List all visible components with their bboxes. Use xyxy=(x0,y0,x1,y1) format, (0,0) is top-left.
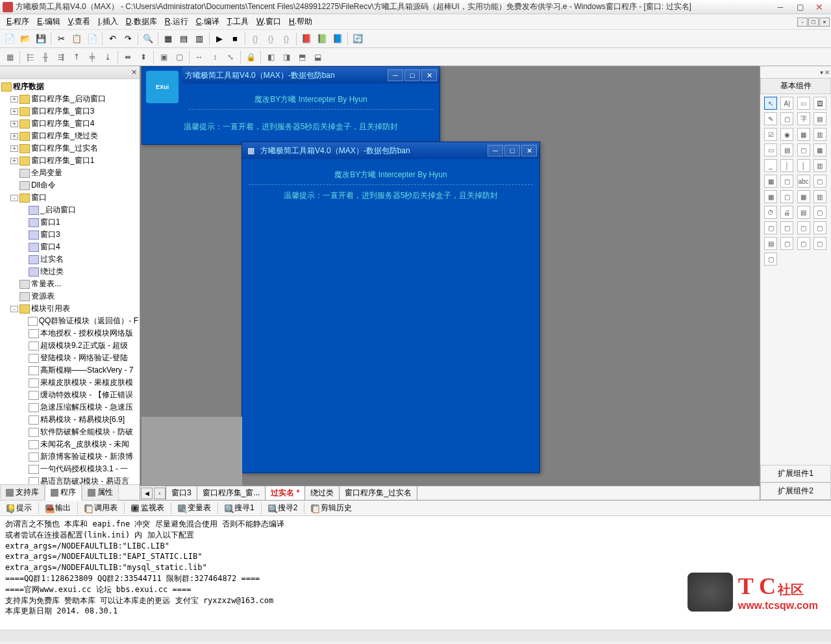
component-item[interactable]: 🖨 xyxy=(780,206,793,219)
tree-item[interactable]: 果核皮肤模块 - 果核皮肤模 xyxy=(1,377,138,389)
component-item[interactable]: ◉ xyxy=(780,128,793,141)
component-item[interactable]: ⎯ xyxy=(764,159,777,172)
align-bottom-button[interactable]: ⤓ xyxy=(101,50,115,64)
tree-item[interactable]: 过实名 xyxy=(1,253,138,266)
stop-button[interactable]: ■ xyxy=(228,32,242,46)
tree-item[interactable]: +窗口程序集_窗口4 xyxy=(1,118,138,130)
output-tab[interactable]: 📋剪辑历史 xyxy=(307,501,356,515)
misc3-button[interactable]: ⬒ xyxy=(295,50,309,64)
expand-icon[interactable]: + xyxy=(10,96,18,103)
expand-icon[interactable]: + xyxy=(10,158,18,164)
designer-tab[interactable]: 窗口3 xyxy=(166,486,197,500)
panel-close2-button[interactable]: ✕ xyxy=(825,69,830,76)
align-top-button[interactable]: ⤒ xyxy=(69,50,84,64)
expand-icon[interactable]: - xyxy=(10,195,18,201)
misc4-button[interactable]: ⬓ xyxy=(310,50,325,64)
component-item[interactable]: ▢ xyxy=(780,175,793,188)
designer-tab[interactable]: 窗口程序集_过实名 xyxy=(339,486,417,500)
tree-item[interactable]: 常量表... xyxy=(1,278,138,290)
component-item[interactable]: A| xyxy=(780,97,793,110)
output-tab[interactable]: 💡提示 xyxy=(3,501,36,515)
undo-button[interactable]: ↶ xyxy=(105,32,119,46)
tree-item[interactable]: 软件防破解全能模块 - 防破 xyxy=(1,426,138,438)
component-item[interactable]: ▢ xyxy=(780,112,793,125)
menu-item[interactable]: E.编辑 xyxy=(33,15,64,29)
align-center-button[interactable]: ╫ xyxy=(38,50,53,64)
component-item[interactable]: ▢ xyxy=(797,237,810,250)
menu-item[interactable]: C.编译 xyxy=(192,15,223,29)
tree-item[interactable]: 资源表 xyxy=(1,290,138,303)
size3-button[interactable]: ⤡ xyxy=(223,50,238,64)
component-item[interactable]: ✎ xyxy=(764,112,777,125)
back-button[interactable]: ▢ xyxy=(172,50,186,64)
component-item[interactable]: ▦ xyxy=(813,143,826,156)
menu-item[interactable]: V.查看 xyxy=(64,15,94,29)
component-item[interactable]: ▦ xyxy=(764,175,777,188)
dist-h-button[interactable]: ⬌ xyxy=(121,50,135,64)
form-designer[interactable]: 方曦极简工具箱V4.0（MAX）-数据包防ban ─ □ ✕ 魔改BY方曦 In… xyxy=(140,66,760,500)
save-button[interactable]: 💾 xyxy=(34,32,48,46)
tree-item[interactable]: 窗口3 xyxy=(1,229,138,241)
mdi-minimize-button[interactable]: - xyxy=(797,18,808,27)
tab-program[interactable]: 程序 xyxy=(45,484,82,501)
expand-icon[interactable]: - xyxy=(10,306,18,312)
designer-tab[interactable]: 过实名 xyxy=(265,486,305,500)
align-left-button[interactable]: ⬱ xyxy=(23,50,37,64)
mdi-restore-button[interactable]: □ xyxy=(808,18,819,27)
mdi-close-button[interactable]: × xyxy=(819,18,830,27)
output-tab[interactable]: 🔍搜寻2 xyxy=(264,501,302,515)
copy-button[interactable]: 📋 xyxy=(69,32,84,46)
open-button[interactable]: 📂 xyxy=(18,32,32,46)
component-item[interactable]: abc xyxy=(797,175,810,188)
form2-close-button[interactable]: ✕ xyxy=(521,145,537,156)
step3-button[interactable]: {} xyxy=(279,32,293,46)
tree-item[interactable]: 超级模块9.2正式版 - 超级 xyxy=(1,340,138,352)
ext-components-2[interactable]: 扩展组件2 xyxy=(760,482,831,500)
designer-tab[interactable]: 窗口程序集_窗... xyxy=(197,486,266,500)
layout3-button[interactable]: ▥ xyxy=(192,32,206,46)
component-item[interactable]: ▤ xyxy=(797,206,810,219)
tree-item[interactable]: +窗口程序集_窗口3 xyxy=(1,105,138,118)
size2-button[interactable]: ↕ xyxy=(208,50,222,64)
tree-item[interactable]: 精易模块 - 精易模块[6.9] xyxy=(1,414,138,426)
tree-item[interactable]: 易语言防破J模块 - 易语言 xyxy=(1,475,138,484)
size1-button[interactable]: ↔ xyxy=(192,50,206,64)
redo-button[interactable]: ↷ xyxy=(121,32,135,46)
output-tab[interactable]: 🔧变量表 xyxy=(174,501,215,515)
dist-v-button[interactable]: ⬍ xyxy=(136,50,151,64)
menu-item[interactable]: E.程序 xyxy=(3,15,33,29)
output-tab[interactable]: 🔍搜寻1 xyxy=(221,501,258,515)
book1-button[interactable]: 📕 xyxy=(299,32,314,46)
designer-tab[interactable]: 绕过类 xyxy=(304,486,340,500)
maximize-button[interactable]: ▢ xyxy=(791,1,809,13)
tree-item[interactable]: 绕过类 xyxy=(1,266,138,278)
tree-item[interactable]: 急速压缩解压模块 - 急速压 xyxy=(1,401,138,414)
menu-item[interactable]: D.数据库 xyxy=(122,15,161,29)
component-item[interactable]: ▤ xyxy=(764,237,777,250)
design-form-1[interactable]: 方曦极简工具箱V4.0（MAX）-数据包防ban ─ □ ✕ 魔改BY方曦 In… xyxy=(142,66,440,145)
tab-property[interactable]: 属性 xyxy=(82,484,119,501)
component-item[interactable]: ▢ xyxy=(780,190,793,203)
layout1-button[interactable]: ▦ xyxy=(161,32,175,46)
ext-components-1[interactable]: 扩展组件1 xyxy=(760,465,831,482)
component-item[interactable]: ▢ xyxy=(813,175,826,188)
selection-handle[interactable] xyxy=(142,417,242,492)
component-item[interactable]: ▢ xyxy=(797,143,810,156)
refresh-button[interactable]: 🔄 xyxy=(351,32,365,46)
component-item[interactable]: ▦ xyxy=(764,190,777,203)
tree-item[interactable]: _启动窗口 xyxy=(1,204,138,216)
component-item[interactable]: ▥ xyxy=(813,190,826,203)
tree-item[interactable]: Dll命令 xyxy=(1,179,138,192)
component-item[interactable]: ▥ xyxy=(813,159,826,172)
close-button[interactable]: ✕ xyxy=(810,1,828,13)
component-item[interactable]: 字 xyxy=(797,112,810,125)
tree-item[interactable]: +窗口程序集_启动窗口 xyxy=(1,93,138,105)
paste-button[interactable]: 📄 xyxy=(85,32,99,46)
menu-item[interactable]: I.插入 xyxy=(94,15,122,29)
tree-item[interactable]: 未闻花名_皮肤模块 - 未闻 xyxy=(1,438,138,451)
project-tree[interactable]: 程序数据 +窗口程序集_启动窗口+窗口程序集_窗口3+窗口程序集_窗口4+窗口程… xyxy=(0,79,140,484)
tree-item[interactable]: +窗口程序集_绕过类 xyxy=(1,130,138,142)
misc1-button[interactable]: ◧ xyxy=(264,50,278,64)
align-middle-button[interactable]: ╪ xyxy=(85,50,99,64)
tree-item[interactable]: 一句代码授权模块3.1 - 一 xyxy=(1,463,138,475)
